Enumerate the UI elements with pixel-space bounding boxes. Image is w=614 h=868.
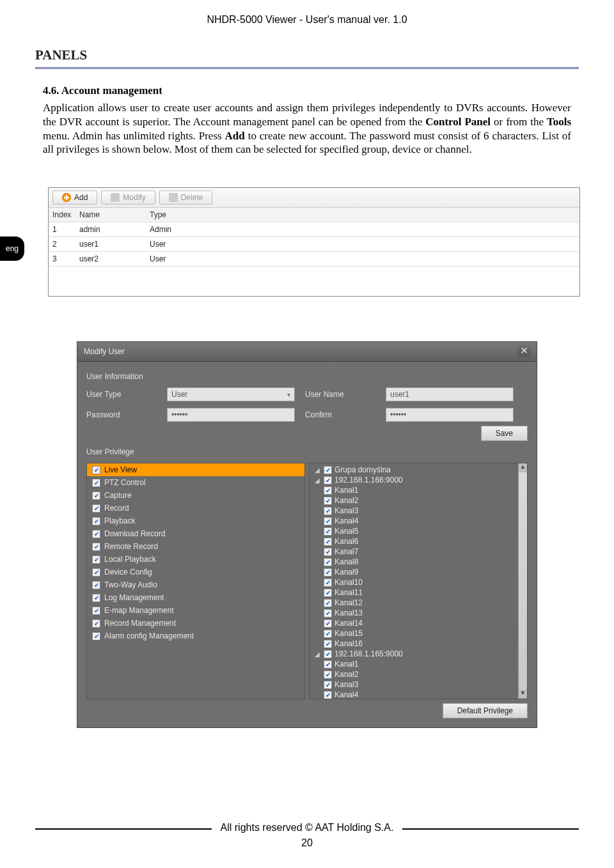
tree-channel[interactable]: ✔Kanał1: [313, 485, 524, 495]
privilege-item[interactable]: ✔Alarm config Management: [87, 630, 304, 642]
confirm-field[interactable]: ••••••: [386, 408, 514, 422]
privilege-item[interactable]: ✔E-map Management: [87, 604, 304, 617]
table-row[interactable]: 3user2User: [49, 252, 579, 267]
checkbox-icon[interactable]: ✔: [324, 507, 332, 515]
privilege-item[interactable]: ✔Log Management: [87, 591, 304, 604]
privilege-item[interactable]: ✔Two-Way Audio: [87, 578, 304, 591]
privilege-item[interactable]: ✔Local Playback: [87, 553, 304, 566]
privilege-item[interactable]: ✔Remote Record: [87, 540, 304, 553]
scroll-down-icon[interactable]: ▼: [519, 690, 527, 699]
tree-channel[interactable]: ✔Kanał3: [313, 679, 524, 690]
tree-channel[interactable]: ✔Kanał7: [313, 546, 524, 557]
checkbox-icon[interactable]: ✔: [324, 640, 332, 648]
tree-channel[interactable]: ✔Kanał4: [313, 690, 524, 699]
privilege-item[interactable]: ✔Download Record: [87, 527, 304, 540]
checkbox-icon[interactable]: ✔: [324, 650, 332, 658]
tree-channel[interactable]: ✔Kanał5: [313, 526, 524, 536]
checkbox-icon[interactable]: ✔: [324, 527, 332, 536]
checkbox-icon[interactable]: ✔: [324, 660, 332, 669]
table-row[interactable]: 1adminAdmin: [49, 222, 579, 237]
tree-channel[interactable]: ✔Kanał8: [313, 557, 524, 567]
password-field[interactable]: ••••••: [167, 408, 295, 422]
tree-twister-icon[interactable]: ◢: [313, 467, 321, 474]
privilege-label: Remote Record: [104, 542, 158, 551]
checkbox-icon[interactable]: ✔: [92, 543, 100, 551]
checkbox-icon[interactable]: ✔: [324, 538, 332, 546]
checkbox-icon[interactable]: ✔: [92, 466, 100, 474]
checkbox-icon[interactable]: ✔: [324, 670, 332, 679]
checkbox-icon[interactable]: ✔: [92, 504, 100, 513]
tree-channel[interactable]: ✔Kanał3: [313, 506, 524, 516]
privilege-item[interactable]: ✔Record: [87, 502, 304, 515]
checkbox-icon[interactable]: ✔: [324, 568, 332, 577]
table-row[interactable]: 2user1User: [49, 237, 579, 252]
confirm-label: Confirm: [305, 410, 375, 419]
checkbox-icon[interactable]: ✔: [92, 607, 100, 615]
checkbox-icon[interactable]: ✔: [324, 486, 332, 495]
col-index: Index: [52, 210, 79, 219]
user-type-select[interactable]: User ▾: [167, 387, 295, 401]
checkbox-icon[interactable]: ✔: [324, 599, 332, 607]
tree-channel[interactable]: ✔Kanał6: [313, 536, 524, 546]
checkbox-icon[interactable]: ✔: [92, 517, 100, 525]
delete-button[interactable]: Delete: [159, 190, 213, 205]
save-button[interactable]: Save: [481, 426, 528, 441]
tree-channel[interactable]: ✔Kanał4: [313, 516, 524, 526]
checkbox-icon[interactable]: ✔: [324, 619, 332, 628]
checkbox-icon[interactable]: ✔: [92, 632, 100, 640]
tree-channel[interactable]: ✔Kanał2: [313, 669, 524, 679]
privilege-item[interactable]: ✔Device Config: [87, 566, 304, 578]
checkbox-icon[interactable]: ✔: [324, 517, 332, 525]
checkbox-icon[interactable]: ✔: [324, 466, 332, 474]
tree-channel[interactable]: ✔Kanał12: [313, 598, 524, 608]
chevron-down-icon: ▾: [287, 391, 290, 398]
tree-channel[interactable]: ✔Kanał10: [313, 577, 524, 587]
privilege-item[interactable]: ✔PTZ Control: [87, 476, 304, 489]
privilege-item[interactable]: ✔Playback: [87, 515, 304, 527]
tree-label: Kanał6: [335, 537, 358, 546]
default-privilege-button[interactable]: Default Privilege: [443, 703, 528, 718]
close-icon[interactable]: ✕: [517, 346, 530, 357]
checkbox-icon[interactable]: ✔: [324, 476, 332, 484]
modify-button[interactable]: Modify: [101, 190, 155, 205]
tree-channel[interactable]: ✔Kanał1: [313, 659, 524, 669]
checkbox-icon[interactable]: ✔: [92, 530, 100, 538]
tree-channel[interactable]: ✔Kanał13: [313, 608, 524, 618]
privilege-item[interactable]: ✔Live View: [87, 463, 304, 476]
checkbox-icon[interactable]: ✔: [324, 548, 332, 556]
checkbox-icon[interactable]: ✔: [92, 581, 100, 589]
tree-twister-icon[interactable]: ◢: [313, 651, 321, 658]
tree-channel[interactable]: ✔Kanał15: [313, 628, 524, 639]
privilege-item[interactable]: ✔Record Management: [87, 617, 304, 630]
tree-channel[interactable]: ✔Kanał11: [313, 587, 524, 598]
checkbox-icon[interactable]: ✔: [92, 555, 100, 564]
tree-group[interactable]: ◢✔Grupa domyślna: [313, 465, 524, 475]
tree-channel[interactable]: ✔Kanał2: [313, 495, 524, 506]
tree-channel[interactable]: ✔Kanał9: [313, 567, 524, 577]
checkbox-icon[interactable]: ✔: [92, 619, 100, 628]
checkbox-icon[interactable]: ✔: [324, 609, 332, 617]
tree-channel[interactable]: ✔Kanał14: [313, 618, 524, 628]
checkbox-icon[interactable]: ✔: [92, 568, 100, 577]
tree-channel[interactable]: ✔Kanał16: [313, 639, 524, 649]
checkbox-icon[interactable]: ✔: [324, 558, 332, 566]
scroll-up-icon[interactable]: ▲: [519, 463, 527, 472]
tree-device[interactable]: ◢✔192.168.1.166:9000: [313, 475, 524, 485]
user-name-field[interactable]: user1: [386, 387, 514, 401]
tree-device[interactable]: ◢✔192.168.1.165:9000: [313, 649, 524, 659]
privilege-item[interactable]: ✔Capture: [87, 489, 304, 502]
checkbox-icon[interactable]: ✔: [324, 497, 332, 505]
add-button[interactable]: Add: [52, 190, 97, 205]
tree-label: Kanał4: [335, 516, 358, 525]
checkbox-icon[interactable]: ✔: [324, 691, 332, 699]
checkbox-icon[interactable]: ✔: [324, 630, 332, 638]
checkbox-icon[interactable]: ✔: [324, 578, 332, 587]
checkbox-icon[interactable]: ✔: [92, 594, 100, 602]
checkbox-icon[interactable]: ✔: [324, 589, 332, 597]
checkbox-icon[interactable]: ✔: [92, 479, 100, 487]
checkbox-icon[interactable]: ✔: [92, 492, 100, 500]
checkbox-icon[interactable]: ✔: [324, 681, 332, 689]
cell-type: User: [150, 254, 576, 263]
tree-twister-icon[interactable]: ◢: [313, 477, 321, 484]
scrollbar[interactable]: ▲ ▼: [518, 463, 527, 699]
